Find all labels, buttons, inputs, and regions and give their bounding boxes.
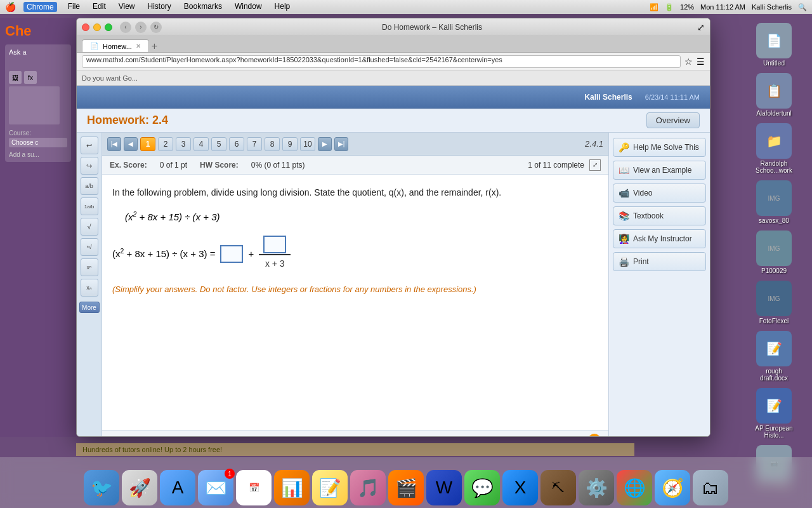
nth-root-button[interactable]: ⁿ√ bbox=[81, 238, 98, 256]
last-page-button[interactable]: ▶| bbox=[334, 137, 348, 151]
minimize-button[interactable] bbox=[93, 23, 101, 31]
browser-title: Do Homework – Kalli Scherlis bbox=[167, 23, 697, 32]
print-button[interactable]: 🖨️ Print bbox=[613, 252, 706, 271]
menu-edit[interactable]: Edit bbox=[91, 2, 108, 12]
menu-view[interactable]: View bbox=[117, 2, 137, 12]
dock-excel[interactable]: 📊 bbox=[274, 470, 310, 505]
answer-box-1[interactable] bbox=[220, 245, 243, 263]
dock-x[interactable]: X bbox=[502, 470, 538, 505]
new-tab-button[interactable]: + bbox=[152, 41, 157, 52]
dock-launchpad[interactable]: 🚀 bbox=[122, 470, 157, 505]
nav-num-9[interactable]: 9 bbox=[282, 137, 298, 151]
ex-score-value: 0 of 1 pt bbox=[160, 161, 187, 170]
menu-chrome[interactable]: Chrome bbox=[23, 2, 57, 12]
help-solve-button[interactable]: 🔑 Help Me Solve This bbox=[613, 138, 706, 157]
more-button[interactable]: More bbox=[79, 302, 100, 313]
apple-menu[interactable]: 🍎 bbox=[5, 2, 16, 12]
subscript-button[interactable]: xₙ bbox=[81, 279, 98, 297]
dock-messages[interactable]: 💬 bbox=[464, 470, 500, 505]
text-input-area[interactable] bbox=[9, 86, 60, 124]
image-tool-btn[interactable]: 🖼 bbox=[9, 71, 22, 84]
close-button[interactable] bbox=[82, 23, 89, 31]
browser-window: ‹ › ↻ Do Homework – Kalli Scherlis ⤢ 📄 H… bbox=[76, 18, 710, 437]
dock-calendar[interactable]: 📅 bbox=[236, 470, 272, 505]
exponent-button[interactable]: xⁿ bbox=[81, 258, 98, 276]
desktop-icon-docx2[interactable]: 📝 AP European Histo... bbox=[741, 388, 807, 439]
desktop-icon-img-6: IMG bbox=[756, 281, 792, 316]
view-example-button[interactable]: 📖 View an Example bbox=[613, 161, 706, 180]
nav-num-1[interactable]: 1 bbox=[140, 137, 155, 151]
dock-finder2[interactable]: 🗂 bbox=[693, 470, 728, 505]
desktop-icon-label-3: Randolph Schoo...work bbox=[752, 160, 796, 174]
desktop-icon-3[interactable]: 📁 Randolph Schoo...work bbox=[741, 123, 807, 174]
tab-close-icon[interactable]: ✕ bbox=[136, 43, 141, 50]
url-input[interactable]: www.mathxl.com/Student/PlayerHomework.as… bbox=[82, 55, 681, 68]
dock-chrome[interactable]: 🌐 bbox=[617, 470, 652, 505]
dock-minecraft[interactable]: ⛏ bbox=[540, 470, 576, 505]
menu-bar: 🍎 Chrome File Edit View History Bookmark… bbox=[0, 0, 812, 14]
maximize-button[interactable] bbox=[105, 23, 112, 31]
nav-num-3[interactable]: 3 bbox=[176, 137, 191, 151]
desktop-icon-label-docx1: rough draft.docx bbox=[752, 368, 796, 382]
bookmark-star-icon[interactable]: ☆ bbox=[684, 57, 693, 67]
book-icon: 📖 bbox=[619, 165, 629, 175]
redo-button[interactable]: ↪ bbox=[81, 157, 98, 175]
dock-finder[interactable]: 🐦 bbox=[84, 470, 119, 505]
ask-a-box: Ask a 🖼 fx Course: Choose c Add a su... bbox=[5, 44, 71, 162]
undo-button[interactable]: ↩ bbox=[81, 137, 98, 154]
dock-mail[interactable]: ✉️ 1 bbox=[198, 470, 233, 505]
nav-num-8[interactable]: 8 bbox=[265, 137, 280, 151]
desktop-icon-label-1: Untitled bbox=[763, 60, 785, 67]
nav-num-7[interactable]: 7 bbox=[247, 137, 262, 151]
nav-num-10[interactable]: 10 bbox=[300, 137, 315, 151]
expand-button[interactable]: ⤢ bbox=[589, 159, 601, 171]
dock-vlc[interactable]: 🎬 bbox=[388, 470, 424, 505]
dock-itunes[interactable]: 🎵 bbox=[350, 470, 386, 505]
textbook-button[interactable]: 📚 Textbook bbox=[613, 206, 706, 225]
menu-help[interactable]: Help bbox=[273, 2, 292, 12]
desktop-icon-5[interactable]: IMG P100029 bbox=[741, 231, 807, 274]
desktop-icon-docx1[interactable]: 📝 rough draft.docx bbox=[741, 331, 807, 382]
nav-num-6[interactable]: 6 bbox=[229, 137, 244, 151]
fx-tool-btn[interactable]: fx bbox=[24, 71, 37, 84]
first-page-button[interactable]: |◀ bbox=[107, 137, 121, 151]
forward-button[interactable]: › bbox=[135, 22, 147, 33]
ask-instructor-button[interactable]: 👩‍🏫 Ask My Instructor bbox=[613, 229, 706, 248]
desktop-icon-4[interactable]: IMG savosx_80 bbox=[741, 180, 807, 224]
overview-button[interactable]: Overview bbox=[646, 112, 700, 128]
sqrt-button[interactable]: √ bbox=[81, 218, 98, 236]
dock-systemprefs[interactable]: ⚙️ bbox=[579, 470, 614, 505]
dock-word[interactable]: W bbox=[426, 470, 462, 505]
next-page-button[interactable]: ▶ bbox=[318, 137, 332, 151]
menu-bookmarks[interactable]: Bookmarks bbox=[182, 2, 224, 12]
help-icon[interactable]: ? bbox=[588, 434, 601, 438]
menu-icon[interactable]: ☰ bbox=[697, 57, 705, 67]
prev-page-button[interactable]: ◀ bbox=[124, 137, 138, 151]
nav-num-4[interactable]: 4 bbox=[193, 137, 209, 151]
desktop-icon-6[interactable]: IMG FotoFlexei bbox=[741, 281, 807, 324]
menu-history[interactable]: History bbox=[146, 2, 173, 12]
fraction-button[interactable]: a/b bbox=[81, 177, 98, 195]
course-dropdown[interactable]: Choose c bbox=[9, 138, 67, 147]
nav-num-5[interactable]: 5 bbox=[211, 137, 226, 151]
fullscreen-button[interactable]: ⤢ bbox=[697, 22, 705, 32]
desktop-icon-1[interactable]: 📄 Untitled bbox=[741, 23, 807, 67]
denominator-text: x + 3 bbox=[265, 256, 285, 272]
left-panel: Che Ask a 🖼 fx Course: Choose c Add a su… bbox=[0, 18, 76, 437]
desktop-icon-2[interactable]: 📋 Alafoldertunl bbox=[741, 73, 807, 117]
desktop-icon-img-docx2: 📝 bbox=[756, 388, 792, 424]
menu-file[interactable]: File bbox=[66, 2, 82, 12]
search-icon[interactable]: 🔍 bbox=[798, 3, 807, 11]
numerator-box[interactable] bbox=[263, 236, 286, 253]
nav-num-2[interactable]: 2 bbox=[158, 137, 173, 151]
dock-appstore[interactable]: A bbox=[160, 470, 195, 505]
video-button[interactable]: 📹 Video bbox=[613, 184, 706, 203]
active-tab[interactable]: 📄 Homew... ✕ bbox=[82, 39, 149, 52]
dock-safari[interactable]: 🧭 bbox=[655, 470, 690, 505]
refresh-button[interactable]: ↻ bbox=[150, 22, 162, 33]
menu-window[interactable]: Window bbox=[233, 2, 264, 12]
mixed-fraction-button[interactable]: 1a/b bbox=[81, 197, 98, 215]
expression-2-prefix: (x2 + 8x + 15) ÷ (x + 3) = bbox=[112, 245, 215, 262]
back-button[interactable]: ‹ bbox=[120, 22, 131, 33]
dock-notes[interactable]: 📝 bbox=[312, 470, 348, 505]
